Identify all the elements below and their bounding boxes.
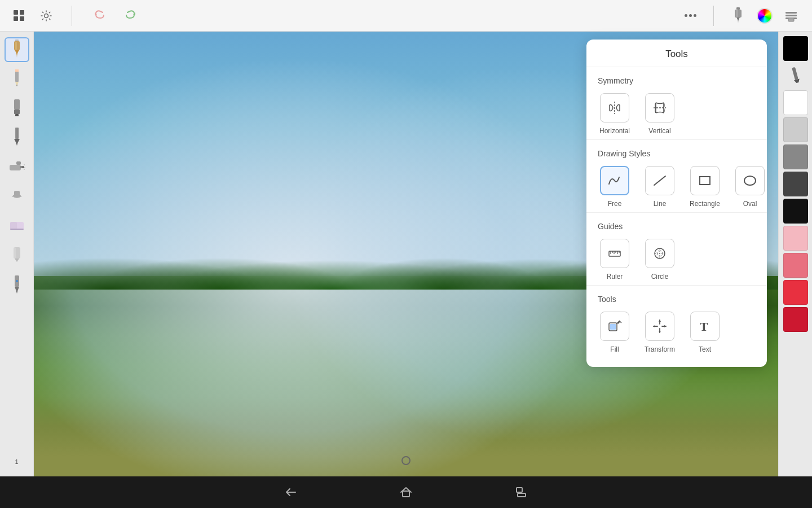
back-button[interactable] [284,485,298,499]
free-label: Free [608,200,622,208]
svg-rect-74 [517,488,522,492]
brush-icon [10,40,24,60]
text-label: Text [699,345,711,353]
guides-label: Guides [598,222,756,231]
grid-icon [14,10,24,21]
svg-marker-40 [793,78,800,83]
tool-option-line[interactable]: Line [643,166,677,208]
layers-button[interactable] [782,6,801,25]
drawing-styles-section: Drawing Styles Free Line [586,140,767,212]
svg-rect-10 [15,42,17,50]
tool-option-horizontal[interactable]: Horizontal [598,93,632,135]
dot [694,14,696,17]
tool-smudge[interactable] [5,184,29,209]
more-options-button[interactable] [682,12,699,19]
svg-rect-23 [16,161,21,165]
tool-option-free[interactable]: Free [598,166,632,208]
transform-label: Transform [645,345,675,353]
svg-point-38 [16,280,18,282]
tool-blend[interactable] [5,243,29,268]
svg-rect-73 [403,491,409,497]
tool-option-oval[interactable]: Oval [733,166,767,208]
color-swatch-lightpink[interactable] [783,226,808,251]
right-color-panel [778,32,812,476]
svg-rect-31 [10,222,17,230]
color-swatch-medgray[interactable] [783,144,808,169]
svg-line-47 [654,176,665,185]
circle-label: Circle [651,273,669,281]
guides-grid: Ruler Circle [598,239,756,281]
pencil-icon [12,69,22,89]
tool-option-circle[interactable]: Circle [643,239,677,281]
svg-marker-13 [16,85,17,86]
drawing-styles-grid: Free Line Rectangle [598,166,756,208]
tool-brush[interactable] [5,37,29,62]
ruler-label: Ruler [607,273,623,281]
home-button[interactable] [399,485,413,499]
svg-rect-15 [14,99,20,110]
tool-pen[interactable] [5,272,29,297]
line-label: Line [654,200,667,208]
color-swatch-black2[interactable] [783,199,808,224]
color-swatch-darkred[interactable] [783,307,808,332]
airbrush-icon [8,159,25,175]
tools-section: Tools Fill [586,286,767,358]
svg-marker-71 [664,325,667,327]
top-toolbar [0,0,812,32]
color-swatch-black[interactable] [783,36,808,61]
svg-point-26 [24,164,25,165]
vertical-symmetry-icon [651,99,668,116]
tool-option-text[interactable]: T Text [688,312,722,353]
svg-rect-5 [785,15,797,16]
transform-icon [652,318,668,334]
eyedropper-button[interactable] [790,63,801,88]
horizontal-symmetry-icon [606,99,623,116]
tool-eraser[interactable] [5,213,29,238]
svg-rect-48 [700,177,710,185]
line-icon [652,173,668,189]
color-swatch-medpink[interactable] [783,253,808,278]
undo-button[interactable] [89,6,109,26]
svg-rect-16 [14,110,20,114]
settings-button[interactable] [38,7,55,24]
transform-icon-box [645,312,674,341]
tool-option-vertical[interactable]: Vertical [643,93,677,135]
recents-button[interactable] [514,485,528,499]
color-swatch-darkgray[interactable] [783,172,808,196]
color-wheel-button[interactable] [757,8,773,24]
svg-marker-19 [14,139,20,143]
layer-count: 1 [15,458,18,465]
color-swatch-red[interactable] [783,280,808,305]
divider [713,6,714,26]
svg-rect-3 [736,9,738,17]
tool-marker[interactable] [5,96,29,121]
tool-option-rectangle[interactable]: Rectangle [688,166,722,208]
layer-count-container: 1 [15,456,18,471]
brushes-button[interactable] [729,5,748,27]
vertical-label: Vertical [648,127,670,135]
tool-option-transform[interactable]: Transform [643,312,677,353]
tool-option-fill[interactable]: Fill [598,312,632,353]
vertical-icon-box [645,93,674,122]
tool-ink[interactable] [5,125,29,150]
canvas-indicator [401,456,411,465]
ruler-icon [607,246,623,261]
svg-rect-34 [14,247,16,259]
svg-point-25 [22,167,24,168]
guides-section: Guides Ruler [586,213,767,285]
svg-rect-22 [10,165,21,170]
marker-icon [11,99,23,117]
tool-pencil[interactable] [5,67,29,91]
color-swatch-lightgray[interactable] [783,117,808,142]
divider [72,6,72,26]
svg-rect-4 [785,12,797,14]
tool-airbrush[interactable] [5,155,29,179]
oval-icon-box [735,166,765,195]
svg-point-49 [744,176,756,185]
redo-button[interactable] [121,6,141,26]
svg-rect-14 [15,69,19,72]
bottom-navigation-bar [0,476,812,508]
grid-button[interactable] [11,8,27,23]
color-swatch-white[interactable] [783,90,808,115]
tool-option-ruler[interactable]: Ruler [598,239,632,281]
